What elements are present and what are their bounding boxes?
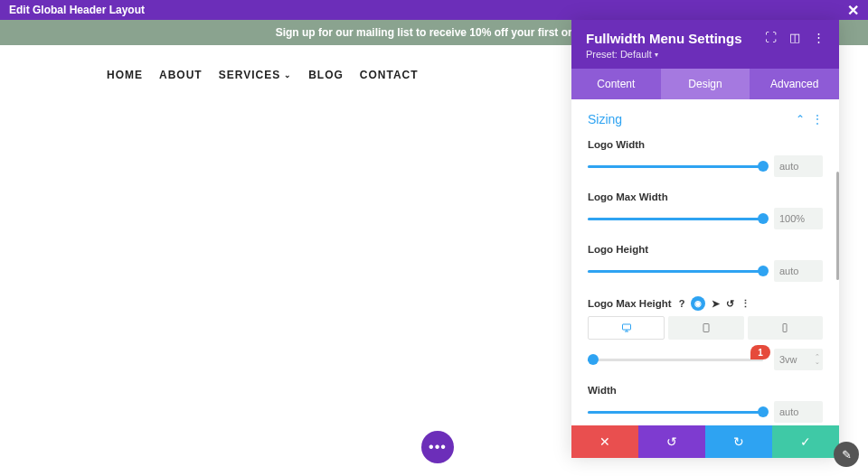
slider-thumb[interactable]	[758, 213, 769, 224]
cancel-button[interactable]: ✕	[571, 425, 638, 458]
control-logo-max-width: Logo Max Width 100%	[588, 191, 823, 229]
edit-bar-title: Edit Global Header Layout	[9, 4, 145, 16]
svg-rect-0	[622, 324, 630, 330]
value-logo-max-height[interactable]: 3vw	[774, 349, 823, 370]
tablet-icon	[701, 322, 712, 333]
corner-fab[interactable]: ✎	[834, 442, 859, 467]
panel-footer: ✕ ↺ ↻ ✓	[571, 425, 839, 458]
slider-logo-width[interactable]	[588, 165, 763, 168]
section-title: Sizing	[588, 112, 622, 126]
hover-icon[interactable]: ◉	[691, 296, 705, 311]
slider-thumb[interactable]	[588, 354, 599, 365]
panel-tabs: Content Design Advanced	[571, 69, 839, 99]
nav-blog[interactable]: BLOG	[308, 69, 344, 81]
label-logo-max-width: Logo Max Width	[588, 191, 823, 202]
tab-content[interactable]: Content	[571, 69, 661, 99]
close-icon[interactable]: ✕	[847, 2, 859, 19]
slider-logo-max-width[interactable]	[588, 218, 763, 220]
chevron-down-icon: ▾	[655, 51, 658, 59]
slider-logo-height[interactable]	[588, 270, 763, 273]
value-width[interactable]: auto	[774, 401, 823, 423]
nav-contact[interactable]: CONTACT	[360, 69, 419, 81]
control-width: Width auto	[588, 385, 823, 423]
slider-thumb[interactable]	[758, 161, 769, 172]
section-sizing-header[interactable]: Sizing ⌃ ⋮	[588, 112, 823, 126]
control-logo-width: Logo Width auto	[588, 139, 823, 177]
nav-home[interactable]: HOME	[107, 69, 143, 81]
control-logo-max-height: Logo Max Height ? ◉ ➤ ↺ ⋮	[588, 296, 823, 370]
section-more-icon[interactable]: ⋮	[812, 113, 823, 126]
label-logo-width: Logo Width	[588, 139, 823, 150]
phone-icon	[779, 322, 790, 333]
value-logo-width[interactable]: auto	[774, 155, 823, 177]
undo-button[interactable]: ↺	[638, 425, 705, 458]
slider-thumb[interactable]	[758, 266, 769, 276]
tab-advanced[interactable]: Advanced	[750, 69, 839, 99]
value-logo-max-width[interactable]: 100%	[774, 208, 823, 229]
label-logo-max-height: Logo Max Height ? ◉ ➤ ↺ ⋮	[588, 296, 823, 311]
svg-rect-1	[703, 324, 709, 332]
panel-title: Fullwidth Menu Settings	[586, 31, 742, 46]
slider-logo-max-height[interactable]	[588, 359, 763, 361]
label-width: Width	[588, 385, 823, 396]
slider-thumb[interactable]	[758, 406, 769, 417]
desktop-icon	[621, 322, 632, 333]
settings-panel: Fullwidth Menu Settings Preset: Default …	[571, 20, 839, 458]
save-button[interactable]: ✓	[772, 425, 839, 458]
panel-header: Fullwidth Menu Settings Preset: Default …	[571, 20, 839, 69]
options-more-icon[interactable]: ⋮	[741, 298, 750, 310]
tab-design[interactable]: Design	[661, 69, 750, 99]
device-tablet[interactable]	[668, 316, 743, 340]
redo-button[interactable]: ↻	[705, 425, 772, 458]
device-tabs	[588, 316, 823, 340]
cursor-icon[interactable]: ➤	[712, 298, 720, 310]
reset-icon[interactable]: ↺	[726, 298, 734, 310]
nav-services[interactable]: SERVICES⌄	[219, 69, 292, 81]
promo-text: Sign up for our mailing list to receive …	[276, 26, 593, 39]
panel-body: Sizing ⌃ ⋮ Logo Width auto Logo Max Widt…	[571, 99, 839, 425]
device-desktop[interactable]	[588, 316, 665, 340]
nav-about[interactable]: ABOUT	[159, 69, 203, 81]
panel-preset[interactable]: Preset: Default ▾	[586, 49, 742, 60]
annotation-marker-1: 1	[750, 345, 770, 359]
label-logo-height: Logo Height	[588, 244, 823, 255]
device-phone[interactable]	[748, 316, 823, 340]
expand-icon[interactable]: ⛶	[765, 31, 777, 44]
more-icon[interactable]: ⋮	[813, 31, 825, 44]
slider-width[interactable]	[588, 411, 763, 414]
chevron-up-icon[interactable]: ⌃	[796, 113, 805, 126]
global-header-edit-bar: Edit Global Header Layout ✕	[0, 0, 868, 20]
page-fab[interactable]: •••	[421, 431, 454, 463]
scrollbar[interactable]	[836, 172, 839, 280]
control-logo-height: Logo Height auto	[588, 244, 823, 282]
value-logo-height[interactable]: auto	[774, 260, 823, 282]
snap-icon[interactable]: ◫	[789, 31, 800, 44]
chevron-down-icon: ⌄	[284, 70, 292, 79]
svg-rect-2	[783, 324, 787, 332]
help-icon[interactable]: ?	[679, 298, 685, 309]
